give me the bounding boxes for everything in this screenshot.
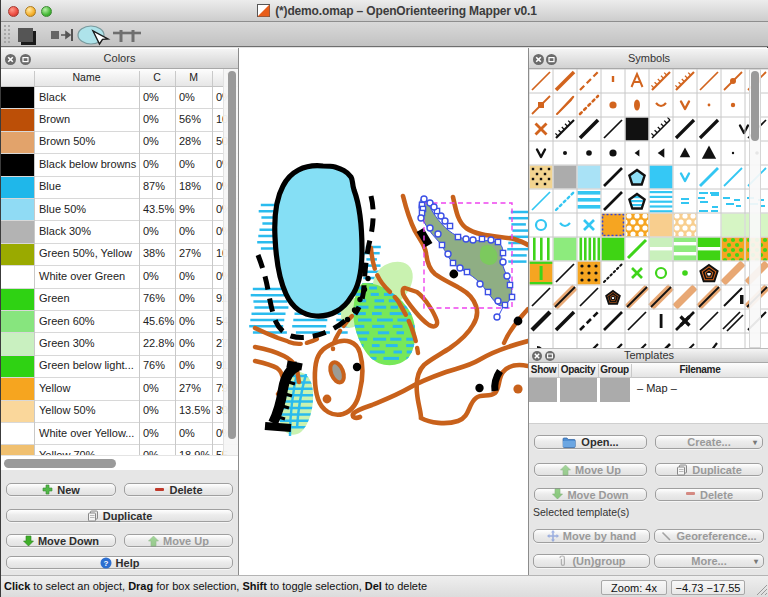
svg-text:?: ?: [103, 558, 108, 567]
